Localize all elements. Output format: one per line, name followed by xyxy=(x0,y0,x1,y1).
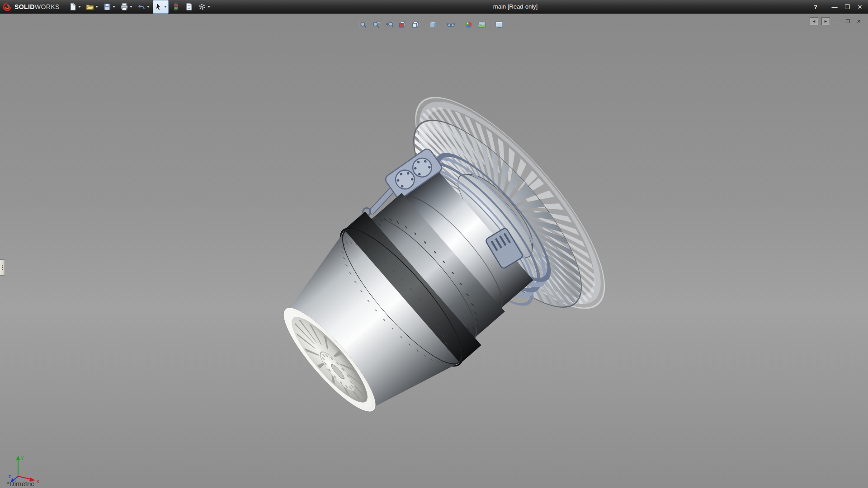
main-toolbar xyxy=(67,0,212,14)
headsup-separator xyxy=(439,24,445,25)
open-button[interactable] xyxy=(84,0,100,14)
select-button[interactable] xyxy=(153,0,169,14)
section-view-button[interactable] xyxy=(397,19,408,30)
zoom-to-fit-icon xyxy=(359,20,368,29)
previous-window-button[interactable]: ◄ xyxy=(810,17,818,25)
new-document-button[interactable] xyxy=(67,0,83,14)
next-window-button[interactable]: ► xyxy=(821,17,830,25)
y-axis-label: y xyxy=(21,455,24,460)
solidworks-logo: SOLIDWORKS xyxy=(3,2,60,11)
zoom-to-fit-button[interactable] xyxy=(358,19,369,30)
save-button[interactable] xyxy=(101,0,117,14)
solidworks-logo-icon xyxy=(3,2,12,11)
hide-show-items-icon xyxy=(447,20,455,29)
view-orientation-icon xyxy=(411,20,420,29)
edit-appearance-button[interactable] xyxy=(463,19,474,30)
section-view-icon xyxy=(398,20,407,29)
zoom-to-area-icon xyxy=(372,20,381,29)
maximize-window-button[interactable]: ❐ xyxy=(842,2,853,11)
window-controls: ? — ❐ ✕ xyxy=(810,0,865,14)
select-cursor-icon xyxy=(155,3,163,11)
view-settings-icon xyxy=(495,20,504,29)
previous-view-button[interactable] xyxy=(384,19,395,30)
options-dropdown[interactable] xyxy=(208,6,210,8)
close-document-button[interactable]: ✕ xyxy=(855,18,863,25)
feature-manager-splitter[interactable] xyxy=(0,259,5,276)
app-name-bold: SOLID xyxy=(14,3,35,10)
hide-show-items-button[interactable] xyxy=(445,19,457,30)
rebuild-traffic-light-icon xyxy=(172,3,180,11)
splitter-grip-dot xyxy=(2,265,3,266)
minimize-window-button[interactable]: — xyxy=(829,2,840,11)
minimize-document-button[interactable]: — xyxy=(833,18,841,25)
previous-view-icon xyxy=(385,20,394,29)
open-folder-icon xyxy=(86,3,94,11)
splitter-grip-dot xyxy=(2,267,3,268)
z-axis-label: z xyxy=(9,474,11,479)
engine-3d-svg xyxy=(0,14,868,488)
restore-document-button[interactable]: ❐ xyxy=(844,18,852,25)
view-orientation-button[interactable] xyxy=(410,19,421,30)
options-gear-icon xyxy=(198,3,206,11)
display-style-icon xyxy=(429,20,438,29)
zoom-to-area-button[interactable] xyxy=(371,19,382,30)
graphics-viewport[interactable]: ◄ ► — ❐ ✕ y x z *Dimetric xyxy=(0,14,868,488)
app-name-light: WORKS xyxy=(35,3,60,10)
save-icon xyxy=(103,3,111,11)
edit-appearance-icon xyxy=(464,20,473,29)
select-dropdown[interactable] xyxy=(164,6,167,8)
print-dropdown[interactable] xyxy=(130,6,132,8)
save-dropdown[interactable] xyxy=(113,6,115,8)
headsup-view-toolbar xyxy=(358,19,505,30)
apply-scene-button[interactable] xyxy=(476,19,487,30)
close-window-button[interactable]: ✕ xyxy=(854,2,865,11)
print-button[interactable] xyxy=(118,0,134,14)
file-properties-button[interactable] xyxy=(183,0,195,14)
app-name: SOLIDWORKS xyxy=(14,3,60,10)
headsup-separator xyxy=(421,24,428,25)
view-orientation-label: *Dimetric xyxy=(7,480,34,488)
apply-scene-icon xyxy=(477,20,486,29)
document-title: main [Read-only] xyxy=(493,0,538,14)
jet-engine-model[interactable] xyxy=(229,72,632,472)
x-axis-label: x xyxy=(37,479,39,484)
headsup-zoom-group xyxy=(358,19,421,30)
new-document-dropdown[interactable] xyxy=(78,6,81,8)
headsup-separator xyxy=(457,24,463,25)
undo-icon xyxy=(137,3,146,11)
document-window-controls: ◄ ► — ❐ ✕ xyxy=(810,17,863,25)
new-document-icon xyxy=(69,3,77,11)
splitter-grip-dot xyxy=(2,269,3,270)
undo-button[interactable] xyxy=(136,0,151,14)
open-dropdown[interactable] xyxy=(95,6,98,8)
x-axis xyxy=(18,476,32,479)
file-properties-icon xyxy=(185,3,193,11)
options-button[interactable] xyxy=(196,0,212,14)
help-button[interactable]: ? xyxy=(810,2,821,11)
display-style-button[interactable] xyxy=(428,19,439,30)
undo-dropdown[interactable] xyxy=(147,6,150,8)
headsup-separator xyxy=(487,24,494,25)
print-icon xyxy=(120,3,128,11)
view-settings-button[interactable] xyxy=(494,19,505,30)
y-axis-arrowhead xyxy=(16,455,20,460)
titlebar: SOLIDWORKS xyxy=(0,0,868,14)
rebuild-button[interactable] xyxy=(170,0,182,14)
